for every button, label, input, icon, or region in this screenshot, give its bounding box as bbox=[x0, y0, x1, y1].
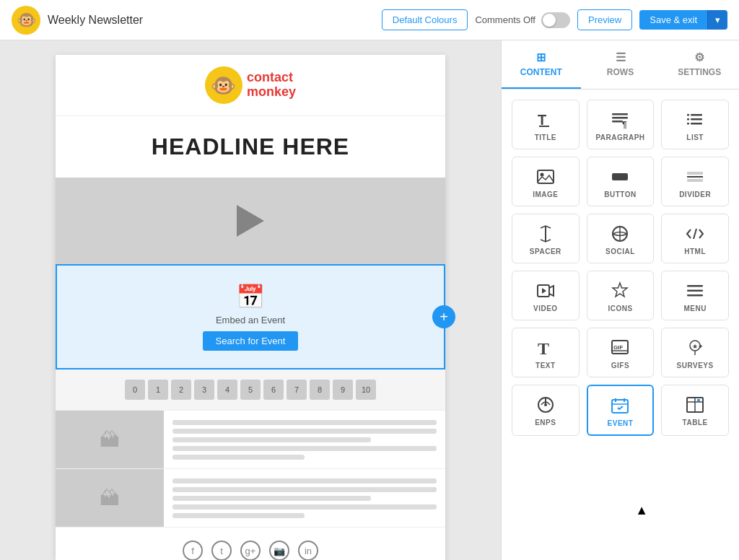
save-exit-button[interactable]: Save & exit bbox=[639, 10, 707, 30]
image-label: IMAGE bbox=[533, 191, 558, 198]
play-icon bbox=[237, 205, 264, 237]
button-icon bbox=[611, 167, 629, 186]
header-right: Default Colours Comments Off Preview Sav… bbox=[382, 9, 727, 30]
page-7[interactable]: 7 bbox=[287, 380, 307, 400]
email-logo-section: 🐵 contact monkey bbox=[56, 55, 445, 116]
content-item-video[interactable]: VIDEO bbox=[512, 271, 580, 320]
event-embed-section[interactable]: 📅 Embed an Event Search for Event + bbox=[56, 264, 445, 369]
content-item-surveys[interactable]: ★✦ SURVEYS bbox=[661, 328, 729, 377]
add-section-button[interactable]: + bbox=[432, 305, 455, 328]
headline-section[interactable]: HEADLINE HERE bbox=[56, 116, 445, 178]
canvas-area: 🐵 contact monkey HEADLINE HERE 📅 Embed a… bbox=[0, 40, 501, 560]
text-line bbox=[172, 478, 437, 484]
svg-rect-8 bbox=[687, 118, 689, 121]
table-label: TABLE bbox=[683, 419, 708, 426]
headline-text: HEADLINE HERE bbox=[73, 134, 428, 160]
instagram-icon[interactable]: 📷 bbox=[269, 541, 289, 560]
video-placeholder[interactable] bbox=[56, 178, 445, 264]
menu-icon bbox=[686, 281, 704, 300]
text-label: TEXT bbox=[535, 362, 556, 369]
icons-label: ICONS bbox=[608, 305, 632, 312]
page-10[interactable]: 10 bbox=[356, 380, 376, 400]
page-6[interactable]: 6 bbox=[263, 380, 284, 400]
video-label: VIDEO bbox=[533, 305, 558, 312]
content-item-event[interactable]: EVENT bbox=[587, 385, 655, 436]
page-9[interactable]: 9 bbox=[333, 380, 353, 400]
text-line bbox=[172, 487, 437, 492]
content-item-social[interactable]: SOCIAL bbox=[587, 214, 655, 263]
linkedin-icon[interactable]: in bbox=[298, 541, 318, 560]
article-content-1 bbox=[164, 411, 445, 468]
content-item-title[interactable]: T TITLE bbox=[512, 100, 580, 149]
text-line bbox=[172, 437, 371, 442]
tab-rows[interactable]: ☰ ROWS bbox=[581, 40, 660, 89]
page-4[interactable]: 4 bbox=[217, 380, 237, 400]
comments-toggle-area: Comments Off bbox=[475, 12, 570, 28]
page-1[interactable]: 1 bbox=[148, 380, 168, 400]
content-item-text[interactable]: T TEXT bbox=[512, 328, 580, 377]
logo-text: contact monkey bbox=[247, 71, 296, 100]
enps-icon bbox=[536, 395, 555, 414]
save-exit-dropdown[interactable]: ▾ bbox=[707, 10, 727, 30]
content-item-menu[interactable]: MENU bbox=[661, 271, 729, 320]
preview-button[interactable]: Preview bbox=[577, 9, 632, 30]
image-icon bbox=[536, 167, 555, 186]
content-item-divider[interactable]: DIVIDER bbox=[661, 157, 729, 206]
settings-tab-label: SETTINGS bbox=[678, 67, 721, 77]
text-line bbox=[172, 455, 305, 460]
svg-marker-23 bbox=[542, 288, 546, 294]
content-item-icons[interactable]: ICONS bbox=[587, 271, 655, 320]
svg-rect-6 bbox=[687, 114, 689, 116]
surveys-icon: ★✦ bbox=[686, 338, 704, 357]
app-logo: 🐵 bbox=[12, 6, 40, 35]
content-item-button[interactable]: BUTTON bbox=[587, 157, 655, 206]
svg-text:GIF: GIF bbox=[613, 344, 623, 351]
googleplus-icon[interactable]: g+ bbox=[240, 541, 261, 560]
event-icon bbox=[611, 396, 629, 415]
content-item-spacer[interactable]: SPACER bbox=[512, 214, 580, 263]
article-image-2: 🏔 bbox=[56, 469, 164, 527]
content-item-html[interactable]: HTML bbox=[661, 214, 729, 263]
html-icon bbox=[686, 224, 704, 243]
content-grid: T TITLE ¶ PARAGRAPH bbox=[512, 100, 729, 436]
content-item-enps[interactable]: ENPS bbox=[512, 385, 580, 436]
content-item-table[interactable]: TABLE bbox=[661, 385, 729, 436]
content-item-list[interactable]: LIST bbox=[661, 100, 729, 149]
content-item-image[interactable]: IMAGE bbox=[512, 157, 580, 206]
page-3[interactable]: 3 bbox=[194, 380, 214, 400]
image-placeholder-icon-1: 🏔 bbox=[100, 428, 120, 452]
icons-icon bbox=[611, 281, 629, 300]
right-panel: ⊞ CONTENT ☰ ROWS ⚙ SETTINGS T bbox=[501, 40, 739, 560]
text-icon: T bbox=[536, 338, 555, 357]
comments-toggle[interactable] bbox=[541, 12, 570, 28]
spacer-label: SPACER bbox=[530, 248, 561, 255]
search-event-button[interactable]: Search for Event bbox=[203, 331, 299, 351]
twitter-icon[interactable]: t bbox=[211, 541, 232, 560]
facebook-icon[interactable]: f bbox=[183, 541, 203, 560]
page-8[interactable]: 8 bbox=[310, 380, 330, 400]
svg-rect-12 bbox=[538, 170, 554, 183]
svg-rect-14 bbox=[612, 173, 628, 180]
page-0[interactable]: 0 bbox=[125, 380, 145, 400]
svg-rect-10 bbox=[687, 123, 689, 125]
page-2[interactable]: 2 bbox=[171, 380, 191, 400]
svg-point-37 bbox=[544, 403, 547, 406]
default-colours-button[interactable]: Default Colours bbox=[382, 9, 468, 30]
svg-rect-3 bbox=[612, 117, 628, 119]
content-item-gifs[interactable]: GIF GIFS bbox=[587, 328, 655, 377]
social-icon bbox=[611, 224, 629, 243]
tab-content[interactable]: ⊞ CONTENT bbox=[502, 40, 581, 89]
text-line bbox=[172, 420, 437, 425]
tab-settings[interactable]: ⚙ SETTINGS bbox=[660, 40, 739, 89]
email-canvas: 🐵 contact monkey HEADLINE HERE 📅 Embed a… bbox=[56, 55, 445, 560]
table-icon bbox=[686, 395, 704, 414]
svg-rect-27 bbox=[687, 294, 703, 297]
event-label: EVENT bbox=[608, 419, 634, 427]
page-5[interactable]: 5 bbox=[240, 380, 261, 400]
content-item-paragraph[interactable]: ¶ PARAGRAPH bbox=[587, 100, 655, 149]
svg-text:T: T bbox=[538, 339, 549, 357]
enps-label: ENPS bbox=[535, 419, 556, 426]
title-label: TITLE bbox=[535, 134, 556, 141]
rows-tab-label: ROWS bbox=[607, 67, 634, 77]
article-row-2: 🏔 bbox=[56, 468, 445, 527]
